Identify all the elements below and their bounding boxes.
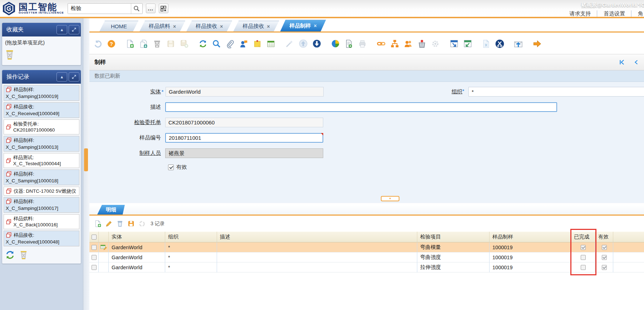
select-all-checkbox[interactable] — [92, 235, 97, 240]
save-icon[interactable] — [166, 39, 176, 49]
role-link[interactable]: 角 — [638, 10, 643, 16]
splitter-grip[interactable] — [84, 148, 88, 171]
history-item[interactable]: 样品制样: X_C_Samping[1000018] — [4, 169, 79, 185]
active-checkbox[interactable] — [602, 255, 607, 260]
history-item[interactable]: 仪器: DNTC-17002 5V燃烧仪 — [4, 187, 79, 196]
new-record-icon[interactable] — [125, 39, 135, 49]
inspection-order-field[interactable]: CK2018071000060 — [165, 118, 323, 127]
email-icon[interactable] — [513, 39, 523, 49]
history-item[interactable]: 样品测试: X_C_Tested[1000044] — [4, 153, 79, 168]
expand-button[interactable] — [69, 72, 79, 82]
undo-icon[interactable] — [93, 39, 103, 49]
trash-drop-icon[interactable] — [4, 49, 15, 60]
sidebar-splitter[interactable] — [83, 18, 89, 310]
expand-button[interactable] — [69, 25, 79, 34]
history-item[interactable]: 样品接收: X_C_Received[1000049] — [4, 102, 79, 118]
close-icon[interactable]: × — [173, 24, 176, 29]
close-icon[interactable]: × — [314, 23, 317, 29]
help-icon[interactable]: ? — [107, 39, 116, 49]
chart-icon[interactable] — [330, 39, 340, 49]
window-min-icon[interactable] — [449, 39, 459, 49]
refresh-lines-icon[interactable] — [138, 220, 146, 228]
collapse-button[interactable]: ▲ — [56, 72, 67, 82]
sample-no-input[interactable]: 20180711001 — [165, 133, 323, 143]
preferences-link[interactable]: 首选设置 — [604, 10, 625, 16]
tab-sample-making[interactable]: 样品制样× — [280, 20, 326, 31]
sampler-field[interactable]: 褚燕景 — [165, 148, 323, 158]
print-icon[interactable] — [358, 39, 367, 49]
previous-record-button[interactable] — [633, 59, 639, 65]
panel-split-handle[interactable]: ▼ — [381, 196, 399, 201]
customize-icon[interactable] — [285, 39, 294, 49]
tab-sample-bake[interactable]: 样品烘料× — [139, 21, 185, 31]
active-checkbox[interactable] — [168, 164, 174, 170]
col-entity[interactable]: 实体 — [109, 232, 165, 242]
close-icon[interactable]: × — [220, 24, 223, 29]
active-checkbox[interactable] — [602, 245, 607, 250]
done-checkbox[interactable] — [581, 245, 586, 250]
collapse-button[interactable]: ▲ — [56, 25, 67, 34]
row-checkbox[interactable] — [92, 265, 97, 270]
edit-line-icon[interactable] — [105, 220, 113, 228]
support-link[interactable]: 请求支持 — [570, 10, 591, 16]
menu-grid-button[interactable] — [159, 4, 168, 13]
new-line-icon[interactable] — [94, 220, 102, 228]
process-icon[interactable] — [431, 39, 440, 49]
col-active[interactable]: 有效 — [595, 232, 613, 242]
history-item[interactable]: 样品制样: X_C_Samping[1000013] — [4, 136, 79, 152]
save-line-icon[interactable] — [127, 220, 135, 228]
refresh-history-icon[interactable] — [5, 250, 15, 260]
col-description[interactable]: 描述 — [217, 232, 417, 242]
more-button[interactable]: ... — [146, 4, 156, 13]
table-row[interactable]: GardenWorld * 拉伸强度 1000019 — [89, 262, 644, 272]
done-checkbox[interactable] — [581, 255, 586, 260]
close-icon[interactable]: × — [267, 24, 270, 29]
delete-icon[interactable] — [152, 39, 162, 49]
col-done[interactable]: 已完成 — [571, 232, 595, 242]
col-org[interactable]: 组织 — [165, 232, 217, 242]
tab-sample-receive-2[interactable]: 样品接收× — [233, 21, 279, 31]
export-data-icon[interactable] — [495, 39, 505, 49]
table-row[interactable]: GardenWorld * 弯曲强度 1000019 — [89, 252, 644, 262]
refresh-icon[interactable] — [198, 39, 208, 49]
request-icon[interactable] — [403, 39, 413, 49]
edit-row-icon[interactable] — [100, 244, 107, 251]
active-checkbox[interactable] — [602, 265, 607, 270]
note-icon[interactable] — [252, 39, 262, 49]
first-record-button[interactable] — [618, 59, 625, 65]
tab-home[interactable]: HOME — [99, 21, 138, 31]
done-checkbox[interactable] — [581, 265, 586, 270]
window-max-icon[interactable] — [463, 39, 472, 49]
history-item[interactable]: 样品制样: X_C_Samping[1000017] — [4, 197, 79, 213]
detail-record-icon[interactable] — [312, 39, 321, 49]
row-checkbox[interactable] — [92, 255, 97, 260]
history-item[interactable]: 样品制样: X_C_Samping[1000019] — [4, 85, 79, 101]
search-button[interactable] — [131, 4, 142, 14]
workflow-icon[interactable] — [390, 39, 399, 49]
search-input[interactable] — [68, 4, 131, 14]
description-input[interactable] — [165, 102, 557, 112]
clear-history-trash-icon[interactable] — [19, 250, 29, 260]
grid-toggle-icon[interactable] — [266, 39, 276, 49]
chat-icon[interactable] — [239, 39, 249, 49]
report-icon[interactable] — [344, 39, 354, 49]
row-checkbox[interactable] — [92, 245, 97, 250]
find-icon[interactable] — [212, 39, 221, 49]
entity-field[interactable]: GardenWorld — [166, 87, 324, 97]
table-row[interactable]: GardenWorld * 弯曲模量 1000019 — [89, 242, 644, 252]
archive-icon[interactable] — [376, 39, 386, 49]
tab-detail[interactable]: 明细 — [97, 205, 125, 215]
save-create-icon[interactable] — [180, 39, 189, 49]
tab-sample-receive-1[interactable]: 样品接收× — [186, 21, 232, 31]
history-item[interactable]: 样品烘料: X_C_Back[1000016] — [4, 214, 79, 229]
product-info-icon[interactable] — [417, 39, 427, 49]
col-sampling[interactable]: 样品制样 — [490, 232, 571, 242]
forward-icon[interactable] — [532, 39, 542, 49]
history-item[interactable]: 检验委托单: CK2018071000060 — [4, 119, 79, 134]
export-file-icon[interactable] — [481, 39, 491, 49]
delete-line-icon[interactable] — [116, 220, 124, 228]
copy-record-icon[interactable] — [139, 39, 148, 49]
org-field[interactable]: * — [468, 87, 644, 97]
parent-record-icon[interactable] — [298, 39, 308, 49]
history-item[interactable]: 样品接收: X_C_Received[1000048] — [4, 231, 79, 246]
